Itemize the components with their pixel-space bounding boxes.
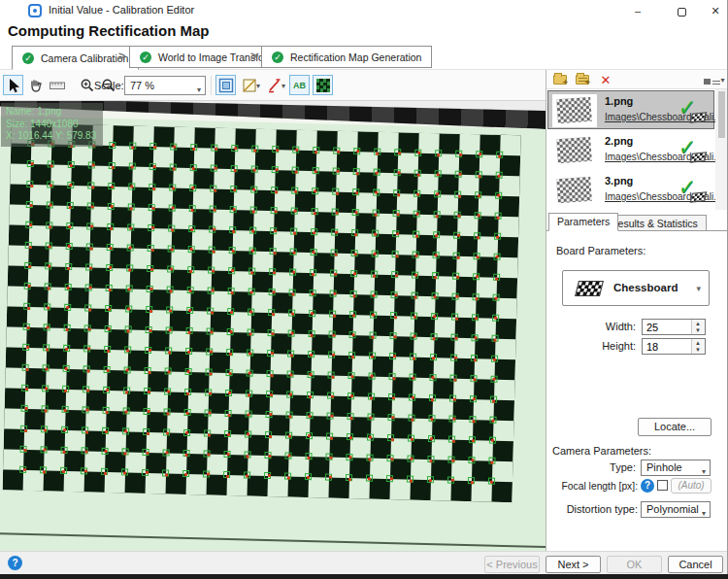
previous-button[interactable]: < Previous — [484, 556, 540, 573]
calibration-marker — [205, 389, 212, 395]
labels-toggle-button[interactable]: AB — [289, 75, 310, 95]
list-scrollbar[interactable] — [715, 89, 728, 210]
calibration-image-item[interactable]: 2.png Images\Chessboard_Cali... ✓ — [547, 130, 714, 169]
calibration-marker — [148, 224, 154, 231]
cursor-tool-button[interactable] — [3, 75, 23, 95]
maximize-icon — [678, 8, 686, 17]
camera-type-select[interactable]: Pinhole▾ — [641, 460, 711, 476]
calibration-marker — [291, 187, 298, 194]
calibration-marker — [211, 165, 217, 172]
calibration-marker — [128, 183, 135, 189]
calibration-marker — [101, 468, 108, 475]
calibration-marker — [413, 231, 419, 238]
add-image-button[interactable]: + — [551, 71, 569, 88]
help-button[interactable]: ? — [8, 556, 22, 570]
calibration-marker — [244, 471, 250, 478]
calibration-marker — [272, 166, 279, 173]
close-button[interactable]: ✕ — [699, 0, 728, 21]
calibration-marker — [19, 466, 26, 473]
calibration-marker — [392, 251, 399, 257]
scale-label: Scale: — [94, 80, 124, 91]
calibration-marker — [25, 221, 32, 228]
calibration-marker — [67, 182, 74, 188]
distortion-type-value: Polynomial — [646, 503, 699, 515]
calibration-marker — [387, 434, 394, 441]
calibration-marker — [65, 263, 72, 270]
calibration-marker — [367, 434, 374, 441]
calibration-marker — [185, 368, 192, 375]
calibration-marker — [292, 167, 299, 174]
calibration-marker — [245, 410, 251, 417]
file-thumbnail — [552, 134, 597, 167]
width-spin-buttons[interactable]: ▲▼ — [691, 320, 705, 334]
chevron-down-icon[interactable]: ▾ — [281, 82, 285, 90]
calibration-marker — [128, 203, 135, 210]
calibration-marker — [145, 347, 151, 354]
calibration-marker — [493, 274, 500, 281]
height-input[interactable] — [643, 339, 691, 354]
calibration-image-list: 1.png Images\Chessboard_Cali... ✓ 2.png … — [546, 89, 715, 210]
calibration-marker — [475, 191, 481, 198]
next-button[interactable]: Next > — [546, 556, 601, 573]
focal-length-label: Focal length [px]: — [552, 481, 638, 492]
calibration-marker — [353, 148, 360, 154]
region-icon — [242, 78, 257, 93]
width-input[interactable] — [643, 320, 691, 334]
measure-tool-button[interactable] — [47, 75, 67, 95]
calibration-marker — [142, 449, 149, 456]
maximize-button[interactable] — [665, 0, 698, 21]
pan-tool-button[interactable] — [25, 75, 46, 95]
calibration-marker — [88, 161, 95, 168]
calibration-marker — [489, 417, 496, 424]
focal-length-field[interactable]: (Auto) — [671, 478, 711, 494]
calibration-marker — [434, 190, 441, 197]
calibration-marker — [412, 292, 418, 299]
file-name: 1.png — [605, 95, 633, 107]
calibration-marker — [409, 374, 415, 381]
calibration-marker — [325, 473, 332, 480]
board-type-select[interactable]: Chessboard ▾ — [562, 270, 710, 306]
image-toolbar: Scale: 77 %▾ ▾ ▾ AB — [0, 70, 546, 101]
calibration-marker — [108, 203, 115, 210]
calibration-marker — [126, 264, 133, 271]
wizard-step-bar: ✓ Camera Calibration > ✓ World to Image … — [0, 45, 728, 70]
remove-image-button[interactable]: ✕ — [597, 71, 614, 88]
chevron-down-icon[interactable]: ▾ — [256, 82, 260, 90]
focal-auto-checkbox[interactable] — [657, 480, 668, 491]
calibration-marker — [450, 334, 457, 341]
locate-button[interactable]: Locate... — [638, 418, 711, 436]
view-mode-button[interactable]: ▾ — [702, 71, 727, 88]
help-icon[interactable]: ? — [641, 479, 654, 493]
calibration-marker — [208, 266, 215, 273]
cancel-button[interactable]: Cancel — [668, 556, 723, 573]
calibration-image-item[interactable]: 3.png Images\Chessboard_Cali... ✓ — [547, 170, 714, 209]
scale-select[interactable]: 77 %▾ — [124, 76, 206, 95]
add-image-series-button[interactable]: + — [574, 71, 591, 88]
calibration-marker — [288, 310, 295, 317]
calibration-marker — [68, 161, 75, 168]
calibration-marker — [224, 430, 231, 437]
height-spin-buttons[interactable]: ▲▼ — [691, 339, 705, 354]
calibration-marker — [454, 212, 461, 219]
board-overlay-toggle-button[interactable] — [313, 75, 333, 95]
calibration-marker — [350, 270, 357, 277]
calibration-marker — [26, 201, 33, 208]
calibration-marker — [388, 393, 395, 400]
calibration-marker — [290, 228, 297, 235]
board-type-value: Chessboard — [613, 282, 678, 293]
tab-parameters[interactable]: Parameters — [548, 213, 618, 231]
distortion-type-select[interactable]: Polynomial▾ — [641, 501, 711, 518]
calibration-marker — [333, 148, 340, 154]
ok-button[interactable]: OK — [607, 556, 662, 573]
minimize-button[interactable]: – — [621, 0, 654, 21]
calibration-image-item[interactable]: 1.png Images\Chessboard_Cali... ✓ — [547, 90, 714, 129]
scrollbar-thumb[interactable] — [718, 91, 725, 138]
image-viewer-canvas[interactable]: Name: 1.png Size: 1440x1080 X: 1016.44 Y… — [0, 101, 546, 551]
wizard-step-rectification-map[interactable]: ✓ Rectification Map Generation — [261, 46, 432, 68]
calibration-marker — [82, 447, 88, 454]
calibration-marker — [166, 326, 173, 333]
calibration-marker — [288, 330, 295, 337]
fit-to-window-button[interactable] — [215, 75, 236, 95]
add-folder-icon: + — [576, 75, 589, 85]
calibration-marker — [83, 386, 89, 392]
